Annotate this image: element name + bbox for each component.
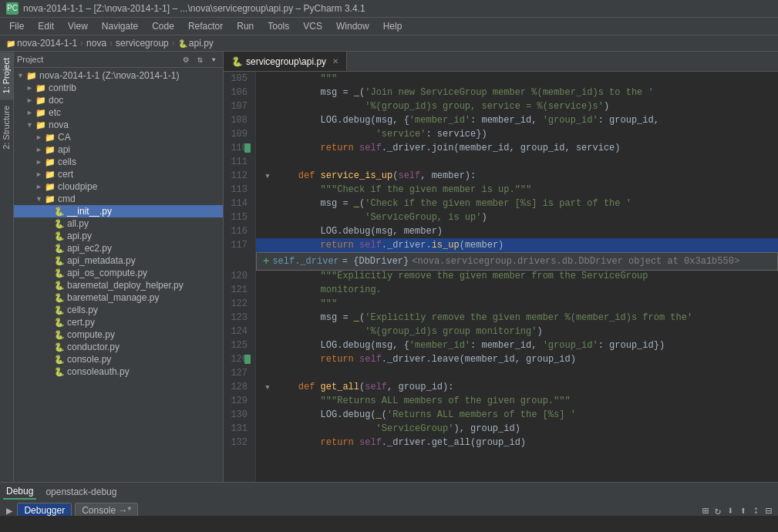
- tree-certpy-label: cert.py: [67, 317, 95, 328]
- tree-cert[interactable]: ► 📁 cert: [14, 168, 223, 180]
- menu-item-navigate[interactable]: Navigate: [96, 19, 144, 33]
- tree-apios-label: api_os_compute.py: [67, 268, 147, 278]
- ln-124: 124: [224, 325, 251, 338]
- ln-125: 125: [224, 338, 251, 352]
- code-line-121: monitoring.: [256, 283, 778, 297]
- tree-console[interactable]: 🐍 console.py: [14, 353, 223, 365]
- menu-item-help[interactable]: Help: [377, 19, 409, 33]
- ln-120: 120: [224, 269, 251, 283]
- code-line-122: """: [256, 297, 778, 311]
- tree-nova[interactable]: ▼ 📁 nova: [14, 119, 223, 131]
- menu-item-window[interactable]: Window: [330, 19, 376, 33]
- ln-105: 105: [224, 72, 251, 86]
- menubar: FileEditViewNavigateCodeRefactorRunTools…: [0, 18, 778, 35]
- menu-item-tools[interactable]: Tools: [261, 19, 295, 33]
- debugger-btn[interactable]: Debugger: [17, 503, 72, 516]
- toolbar-icon3[interactable]: ⬇: [727, 504, 733, 517]
- code-line-123: msg = _('Explicitly remove the given mem…: [256, 311, 778, 325]
- toolbar-icon2[interactable]: ↻: [715, 504, 721, 517]
- tree-cert-label: cert: [58, 169, 73, 180]
- tree-compute[interactable]: 🐍 compute.py: [14, 328, 223, 341]
- tab-debug[interactable]: Debug: [3, 484, 36, 500]
- project-panel: Project ⚙ ⇅ ▾ ▼ 📁 nova-2014-1-1 (Z:\nova…: [14, 52, 223, 482]
- tree-cert-py[interactable]: 🐍 cert.py: [14, 316, 223, 328]
- tree-api[interactable]: ► 📁 api: [14, 143, 223, 156]
- ln-106: 106: [224, 86, 251, 99]
- code-line-127: [256, 366, 778, 380]
- breadcrumb-servicegroup[interactable]: servicegroup: [116, 38, 169, 49]
- code-line-109: 'service': service}): [256, 127, 778, 141]
- project-settings-btn[interactable]: ⚙: [180, 53, 192, 66]
- console-btn[interactable]: Console →*: [75, 503, 138, 516]
- tab-close-btn[interactable]: ✕: [332, 57, 338, 66]
- tree-apipy[interactable]: 🐍 api.py: [14, 230, 223, 242]
- sep1: ›: [80, 38, 83, 49]
- tooltip-row: + self._driver = {DbDriver} <nova.servic…: [256, 252, 778, 269]
- tree-consoleauth[interactable]: 🐍 consoleauth.py: [14, 365, 223, 378]
- menu-item-edit[interactable]: Edit: [32, 19, 60, 33]
- tree-consoleauthpy-label: consoleauth.py: [67, 366, 130, 377]
- tree-cells[interactable]: ► 📁 cells: [14, 156, 223, 168]
- tree-computepy-label: compute.py: [67, 329, 115, 340]
- menu-item-code[interactable]: Code: [146, 19, 180, 33]
- code-line-117: return self._driver.is_up(member): [256, 238, 778, 252]
- toolbar-run-icon[interactable]: ▶: [6, 504, 12, 517]
- toolbar-icon1[interactable]: ⊞: [702, 504, 708, 517]
- tab-label: servicegroup\api.py: [246, 56, 326, 67]
- code-line-115: 'ServiceGroup, is up'): [256, 210, 778, 224]
- tree-api-metadata[interactable]: 🐍 api_metadata.py: [14, 254, 223, 267]
- tree-baremetal-manage[interactable]: 🐍 baremetal_manage.py: [14, 291, 223, 304]
- tree-cloudpipe[interactable]: ► 📁 cloudpipe: [14, 180, 223, 193]
- bottom-area: Debug openstack-debug ▶ Debugger Console…: [0, 482, 778, 516]
- code-line-120: """Explicitly remove the given member fr…: [256, 269, 778, 283]
- project-sync-btn[interactable]: ⇅: [194, 53, 206, 66]
- sidebar-item-structure[interactable]: 2: Structure: [0, 99, 13, 156]
- menu-item-vcs[interactable]: VCS: [297, 19, 328, 33]
- tree-root-label: nova-2014-1-1 (Z:\nova-2014-1-1): [39, 70, 179, 81]
- ln-130: 130: [224, 408, 251, 422]
- menu-item-refactor[interactable]: Refactor: [182, 19, 229, 33]
- project-label: Project: [17, 55, 178, 64]
- menu-item-view[interactable]: View: [62, 19, 94, 33]
- tree-conductor[interactable]: 🐍 conductor.py: [14, 341, 223, 353]
- toolbar-icon6[interactable]: ⊟: [766, 504, 772, 517]
- bottom-toolbar: ▶ Debugger Console →* ⊞ ↻ ⬇ ⬆ ↕ ⊟: [0, 501, 778, 516]
- tab-api-py[interactable]: 🐍 servicegroup\api.py ✕: [224, 52, 347, 71]
- tree-root[interactable]: ▼ 📁 nova-2014-1-1 (Z:\nova-2014-1-1): [14, 69, 223, 82]
- breadcrumb-root[interactable]: nova-2014-1-1: [17, 38, 77, 49]
- tree-api-label: api: [58, 144, 70, 155]
- tree-baremetal-deploy[interactable]: 🐍 baremetal_deploy_helper.py: [14, 279, 223, 291]
- tree-contrib[interactable]: ► 📁 contrib: [14, 82, 223, 94]
- project-gear-btn[interactable]: ▾: [207, 53, 220, 66]
- menu-item-file[interactable]: File: [3, 19, 30, 33]
- code-line-113: """Check if the given member is up.""": [256, 183, 778, 197]
- code-line-124: '%(group_id)s group monitoring'): [256, 325, 778, 338]
- tree-api-os[interactable]: 🐍 api_os_compute.py: [14, 267, 223, 279]
- code-content[interactable]: """ msg = _('Join new ServiceGroup membe…: [256, 72, 778, 482]
- toolbar-icon5[interactable]: ↕: [753, 504, 759, 516]
- tree-ca[interactable]: ► 📁 CA: [14, 131, 223, 143]
- tree-etc[interactable]: ► 📁 etc: [14, 106, 223, 119]
- tree-cells-py[interactable]: 🐍 cells.py: [14, 304, 223, 316]
- tree-doc[interactable]: ► 📁 doc: [14, 94, 223, 106]
- tree-etc-label: etc: [49, 107, 61, 118]
- breadcrumb-nova[interactable]: nova: [86, 38, 106, 49]
- tree-init[interactable]: 🐍 __init__.py: [14, 205, 223, 217]
- side-tabs: 1: Project 2: Structure: [0, 52, 14, 482]
- tree-baremmgmt-label: baremetal_manage.py: [67, 292, 159, 303]
- menu-item-run[interactable]: Run: [231, 19, 260, 33]
- tab-openstack-debug[interactable]: openstack-debug: [42, 485, 120, 499]
- tree-api-ec2[interactable]: 🐍 api_ec2.py: [14, 242, 223, 254]
- code-line-131: 'ServiceGroup'), group_id): [256, 422, 778, 436]
- tree-cmd[interactable]: ▼ 📁 cmd: [14, 193, 223, 205]
- tree-doc-label: doc: [49, 95, 63, 106]
- app-icon: PC: [6, 2, 19, 15]
- toolbar-icon4[interactable]: ⬆: [740, 504, 746, 517]
- breadcrumb-file[interactable]: api.py: [189, 38, 214, 49]
- debug-tooltip: + self._driver = {DbDriver} <nova.servic…: [256, 252, 778, 271]
- sidebar-item-project[interactable]: 1: Project: [0, 52, 13, 99]
- file-breadcrumb-icon: 🐍: [178, 39, 187, 48]
- tree-apimeta-label: api_metadata.py: [67, 255, 136, 266]
- code-editor[interactable]: 105 106 107 108 109 110 111 112 113 114 …: [224, 72, 778, 482]
- tree-all[interactable]: 🐍 all.py: [14, 217, 223, 230]
